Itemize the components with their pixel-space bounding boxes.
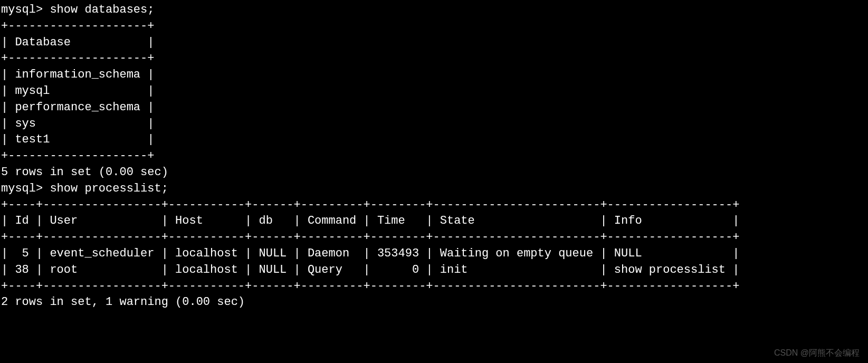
pl-result-summary: 2 rows in set, 1 warning (0.00 sec) <box>1 294 867 311</box>
db-table-header: | Database | <box>1 35 867 51</box>
pl-table-border-mid: +----+-----------------+-----------+----… <box>1 230 867 246</box>
command-show-databases[interactable]: show databases; <box>50 3 154 16</box>
pl-table-row: | 5 | event_scheduler | localhost | NULL… <box>1 246 867 262</box>
prompt-line-2: mysql> show processlist; <box>1 181 867 197</box>
watermark-text: CSDN @阿熊不会编程 <box>774 347 860 359</box>
mysql-prompt: mysql> <box>1 3 50 16</box>
pl-table-border-top: +----+-----------------+-----------+----… <box>1 197 867 214</box>
db-table-row: | sys | <box>1 116 867 132</box>
pl-table-row: | 38 | root | localhost | NULL | Query |… <box>1 262 867 279</box>
db-table-row: | test1 | <box>1 132 867 148</box>
pl-table-border-bot: +----+-----------------+-----------+----… <box>1 279 867 295</box>
db-table-row: | performance_schema | <box>1 100 867 116</box>
db-table-row: | information_schema | <box>1 67 867 83</box>
db-table-border-mid: +--------------------+ <box>1 51 867 67</box>
prompt-line-1: mysql> show databases; <box>1 2 867 18</box>
mysql-prompt: mysql> <box>1 182 50 195</box>
pl-table-header: | Id | User | Host | db | Command | Time… <box>1 213 867 230</box>
db-table-row: | mysql | <box>1 83 867 100</box>
db-result-summary: 5 rows in set (0.00 sec) <box>1 165 867 181</box>
db-table-border-top: +--------------------+ <box>1 18 867 35</box>
db-table-border-bot: +--------------------+ <box>1 148 867 165</box>
command-show-processlist[interactable]: show processlist; <box>50 182 168 195</box>
